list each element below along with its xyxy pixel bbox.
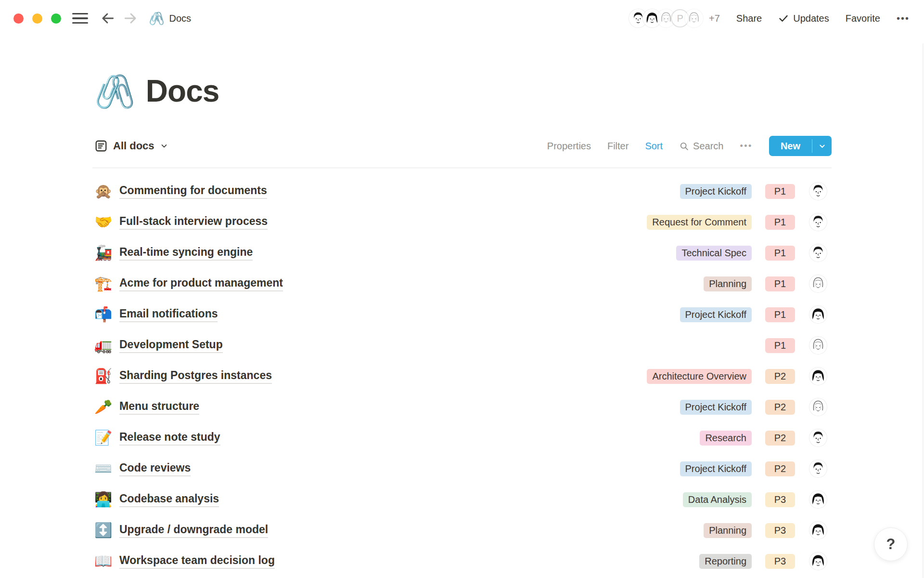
doc-emoji-icon: 📬: [94, 307, 115, 322]
table-row[interactable]: ⌨️ Code reviews Project Kickoff P2: [92, 453, 832, 484]
doc-owner-avatar: [809, 244, 827, 262]
doc-title-link[interactable]: Upgrade / downgrade model: [119, 523, 268, 538]
zoom-window-button[interactable]: [51, 13, 61, 24]
favorite-button[interactable]: Favorite: [846, 13, 880, 24]
doc-title-link[interactable]: Acme for product management: [119, 276, 283, 291]
doc-emoji-icon: 👩‍💻: [94, 492, 115, 507]
doc-emoji-icon: ⛽: [94, 369, 115, 383]
doc-list: 🙊 Commenting for documents Project Kicko…: [92, 168, 832, 577]
table-row[interactable]: 📬 Email notifications Project Kickoff P1: [92, 299, 832, 330]
doc-owner-avatar: [809, 522, 827, 539]
table-row[interactable]: 👩‍💻 Codebase analysis Data Analysis P3: [92, 484, 832, 515]
doc-priority-badge: P3: [765, 523, 795, 538]
new-dropdown-chevron-icon[interactable]: [812, 136, 832, 156]
table-row[interactable]: 📖 Workspace team decision log Reporting …: [92, 546, 832, 577]
doc-type-tag: Project Kickoff: [680, 307, 752, 322]
doc-title-link[interactable]: Codebase analysis: [119, 492, 219, 507]
table-row[interactable]: 🥕 Menu structure Project Kickoff P2: [92, 392, 832, 422]
doc-title-link[interactable]: Code reviews: [119, 461, 191, 476]
properties-button[interactable]: Properties: [547, 141, 591, 152]
table-row[interactable]: 🙊 Commenting for documents Project Kicko…: [92, 176, 832, 207]
doc-emoji-icon: 🚂: [94, 246, 115, 260]
doc-owner-avatar: [809, 213, 827, 231]
view-switcher[interactable]: All docs: [94, 139, 168, 153]
doc-owner-avatar: [809, 398, 827, 416]
doc-owner-avatar: [809, 275, 827, 292]
view-more-options-icon[interactable]: •••: [740, 141, 752, 151]
back-arrow-icon[interactable]: [100, 10, 116, 26]
topbar-actions: P +7 Share Updates Favorite •••: [629, 9, 910, 27]
page-title: Docs: [146, 73, 219, 109]
breadcrumb-page-title: Docs: [169, 13, 191, 24]
doc-title-link[interactable]: Full-stack interview process: [119, 215, 268, 230]
collaborator-overflow-count[interactable]: +7: [709, 13, 720, 24]
list-view-icon: [94, 139, 108, 153]
sort-button[interactable]: Sort: [645, 141, 663, 152]
forward-arrow-icon[interactable]: [122, 10, 139, 26]
doc-type-tag: Architecture Overview: [647, 369, 752, 384]
collaborator-avatar[interactable]: [685, 9, 703, 27]
doc-owner-avatar: [809, 552, 827, 570]
search-button[interactable]: Search: [679, 141, 723, 152]
page-content: 🖇️ Docs All docs Properties Filter Sort …: [92, 73, 832, 577]
more-options-icon[interactable]: •••: [897, 13, 910, 24]
doc-owner-avatar: [809, 368, 827, 385]
doc-priority-badge: P2: [765, 369, 795, 384]
minimize-window-button[interactable]: [32, 13, 42, 24]
close-window-button[interactable]: [13, 13, 24, 24]
search-label: Search: [693, 141, 723, 152]
page-icon[interactable]: 🖇️: [94, 75, 135, 107]
doc-priority-badge: P2: [765, 461, 795, 476]
doc-owner-avatar: [809, 429, 827, 447]
table-row[interactable]: ⛽ Sharding Postgres instances Architectu…: [92, 361, 832, 392]
table-row[interactable]: 📝 Release note study Research P2: [92, 422, 832, 453]
updates-label: Updates: [793, 13, 829, 24]
breadcrumb-page-icon: 🖇️: [149, 12, 164, 25]
new-button[interactable]: New: [769, 136, 832, 156]
sidebar-toggle-icon[interactable]: [72, 12, 88, 25]
window-topbar: 🖇️ Docs P +7 Share Updates Favorite •••: [0, 0, 924, 37]
filter-button[interactable]: Filter: [607, 141, 629, 152]
table-row[interactable]: 🚂 Real-time syncing engine Technical Spe…: [92, 237, 832, 268]
updates-button[interactable]: Updates: [778, 13, 829, 24]
doc-type-tag: Technical Spec: [676, 246, 752, 261]
doc-title-link[interactable]: Real-time syncing engine: [119, 246, 253, 261]
doc-type-tag: Research: [700, 431, 752, 446]
breadcrumb[interactable]: 🖇️ Docs: [149, 12, 191, 25]
doc-title-link[interactable]: Sharding Postgres instances: [119, 369, 272, 384]
doc-emoji-icon: 🤝: [94, 215, 115, 229]
doc-priority-badge: P2: [765, 431, 795, 446]
doc-owner-avatar: [809, 337, 827, 354]
doc-type-tag: Project Kickoff: [680, 400, 752, 415]
doc-emoji-icon: ⌨️: [94, 461, 115, 476]
doc-priority-badge: P1: [765, 338, 795, 353]
search-icon: [679, 141, 689, 151]
chevron-down-icon: [160, 142, 168, 150]
table-row[interactable]: 🏗️ Acme for product management Planning …: [92, 268, 832, 299]
doc-owner-avatar: [809, 460, 827, 477]
doc-emoji-icon: 🚛: [94, 338, 115, 353]
share-button[interactable]: Share: [736, 13, 762, 24]
doc-type-tag: Project Kickoff: [680, 461, 752, 476]
table-row[interactable]: 🤝 Full-stack interview process Request f…: [92, 207, 832, 237]
doc-priority-badge: P1: [765, 184, 795, 199]
doc-emoji-icon: 🏗️: [94, 276, 115, 291]
doc-emoji-icon: 🥕: [94, 400, 115, 414]
doc-title-link[interactable]: Workspace team decision log: [119, 554, 275, 569]
doc-title-link[interactable]: Email notifications: [119, 307, 218, 322]
table-row[interactable]: ↕️ Upgrade / downgrade model Planning P3: [92, 515, 832, 546]
table-row[interactable]: 🚛 Development Setup P1: [92, 330, 832, 361]
doc-title-link[interactable]: Commenting for documents: [119, 184, 267, 199]
doc-title-link[interactable]: Development Setup: [119, 338, 223, 353]
doc-title-link[interactable]: Menu structure: [119, 400, 199, 415]
doc-priority-badge: P1: [765, 276, 795, 291]
doc-title-link[interactable]: Release note study: [119, 431, 220, 446]
window-controls: [13, 13, 61, 24]
doc-owner-avatar: [809, 183, 827, 200]
doc-type-tag: Request for Comment: [647, 215, 752, 230]
page-header: 🖇️ Docs: [92, 73, 832, 109]
help-button[interactable]: ?: [874, 527, 908, 561]
collaborator-avatars: P +7: [629, 9, 720, 27]
doc-priority-badge: P2: [765, 400, 795, 415]
doc-emoji-icon: ↕️: [94, 523, 115, 538]
